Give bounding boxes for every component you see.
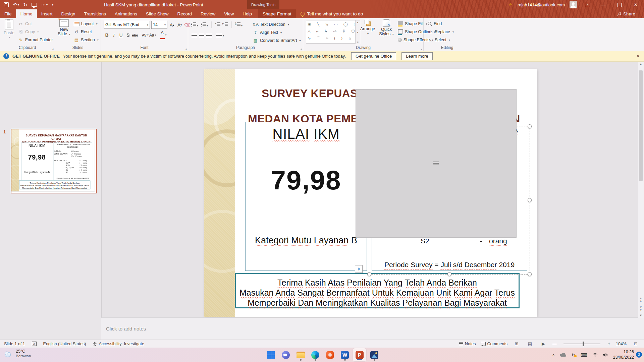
- tab-animations[interactable]: Animations: [110, 9, 142, 18]
- layout-button[interactable]: Layout▾: [74, 20, 99, 28]
- taskbar-file-explorer[interactable]: [294, 348, 307, 361]
- quick-styles-button[interactable]: QuickStyles ▾: [378, 19, 395, 44]
- tray-overflow-chevron-icon[interactable]: ∧: [552, 353, 555, 357]
- zoom-slider[interactable]: [564, 344, 600, 344]
- decrease-font-button[interactable]: A▾: [176, 21, 183, 28]
- align-right-button[interactable]: [198, 32, 205, 39]
- previous-slide-button[interactable]: ∧∧: [638, 297, 644, 302]
- decrease-indent-button[interactable]: [215, 22, 220, 28]
- account-avatar[interactable]: [570, 1, 577, 8]
- resize-handle[interactable]: [367, 198, 371, 202]
- taskbar-photos[interactable]: [368, 348, 381, 361]
- volume-icon[interactable]: [603, 353, 608, 357]
- drawing-dialog-launcher-icon[interactable]: ⌟: [421, 47, 422, 50]
- reset-button[interactable]: ↺Reset: [74, 28, 99, 36]
- ikm-box[interactable]: NILAI IKM 79,98 Kategori Mutu Layanan B: [22, 142, 52, 180]
- arrange-button[interactable]: Arrange▾: [359, 19, 376, 44]
- start-button[interactable]: [264, 348, 278, 361]
- vertical-scrollbar[interactable]: ▲ ∧∧ ∨∨ ▼: [638, 62, 644, 318]
- zoom-in-button[interactable]: ＋: [607, 341, 611, 347]
- zoom-level[interactable]: 104%: [616, 342, 627, 346]
- touch-mode-button[interactable]: ☞▾: [41, 2, 48, 7]
- select-button[interactable]: ↖Select▾: [428, 36, 454, 44]
- next-slide-button[interactable]: ∨∨: [638, 306, 644, 311]
- tab-shape-format[interactable]: Shape Format: [258, 9, 296, 18]
- resize-handle[interactable]: [367, 272, 371, 276]
- justify-button[interactable]: [206, 32, 212, 39]
- font-size-select[interactable]: 14▾: [151, 21, 167, 29]
- scroll-up-icon[interactable]: ▲: [638, 62, 644, 66]
- font-dialog-launcher-icon[interactable]: ⌟: [185, 47, 187, 50]
- get-genuine-office-button[interactable]: Get genuine Office: [351, 52, 396, 60]
- cut-button[interactable]: ✂Cut: [18, 20, 53, 28]
- tell-me-box[interactable]: Tell me what you want to do: [296, 9, 368, 18]
- fit-to-window-button[interactable]: ⊡: [631, 341, 640, 347]
- restore-button[interactable]: [614, 0, 625, 9]
- accessibility-status[interactable]: Accessibility: Investigate: [93, 342, 144, 346]
- account-email[interactable]: rajah1414@outlook.com: [518, 2, 565, 7]
- touch-keyboard-icon[interactable]: ⌨: [581, 352, 587, 358]
- clipboard-dialog-launcher-icon[interactable]: ⌟: [52, 47, 54, 50]
- replace-button[interactable]: abReplace▾: [428, 28, 454, 36]
- italic-button[interactable]: I: [111, 32, 117, 39]
- notification-badge[interactable]: 3: [636, 352, 642, 358]
- find-button[interactable]: Find: [428, 20, 454, 28]
- thanks-box[interactable]: Terima Kasih Atas Penilaian Yang Telah A…: [235, 273, 520, 308]
- new-slide-button[interactable]: NewSlide ▾: [56, 19, 72, 44]
- resize-handle[interactable]: [367, 124, 371, 128]
- text-shadow-button[interactable]: S: [125, 32, 131, 39]
- tab-record[interactable]: Record: [173, 9, 196, 18]
- font-name-select[interactable]: Gill Sans MT (Bod▾: [104, 21, 150, 29]
- strikethrough-button[interactable]: abc: [132, 32, 138, 39]
- comments-toggle-button[interactable]: Comments: [481, 342, 507, 346]
- customize-qat-button[interactable]: ▾: [52, 3, 53, 6]
- align-text-button[interactable]: ⇕Align Text▾: [253, 28, 301, 37]
- start-slideshow-button[interactable]: [32, 3, 37, 7]
- text-direction-button[interactable]: ⇅AText Direction▾: [253, 20, 301, 28]
- autofit-options-button[interactable]: ⇕: [355, 265, 363, 273]
- tab-review[interactable]: Review: [196, 9, 220, 18]
- format-painter-button[interactable]: ✎Format Painter: [18, 36, 53, 44]
- slide-thumbnail[interactable]: SURVEY KEPUASAN MASYARAKAT KANTOR CAMAT …: [11, 129, 97, 193]
- taskbar-chat[interactable]: [279, 348, 292, 361]
- convert-smartart-button[interactable]: ▦Convert to SmartArt▾: [253, 37, 301, 45]
- responden-box[interactable]: LAYANAN KANTOR CAMAT MEDAN KOTA RESPONDE…: [53, 142, 92, 180]
- minimize-button[interactable]: —: [598, 0, 609, 9]
- notes-toggle-button[interactable]: Notes: [459, 342, 476, 346]
- save-button[interactable]: [4, 2, 9, 7]
- learn-more-button[interactable]: Learn more: [401, 52, 432, 60]
- character-spacing-button[interactable]: AV▾: [142, 32, 149, 39]
- columns-button[interactable]: ▾: [216, 32, 224, 39]
- close-button[interactable]: ✕: [630, 0, 641, 9]
- taskbar-word[interactable]: W: [338, 348, 352, 361]
- paste-button[interactable]: Paste▾: [1, 19, 17, 44]
- increase-font-button[interactable]: A▴: [169, 21, 175, 28]
- language-indicator[interactable]: English (United States): [43, 342, 86, 346]
- onedrive-icon[interactable]: [560, 353, 567, 357]
- tab-view[interactable]: View: [220, 9, 238, 18]
- resize-handle[interactable]: [528, 198, 532, 202]
- ikm-box[interactable]: NILAI IKM 79,98 Kategori Mutu Layanan B: [245, 122, 367, 271]
- tab-transitions[interactable]: Transitions: [80, 9, 111, 18]
- line-spacing-button[interactable]: ▾: [235, 22, 243, 28]
- notes-pane[interactable]: Click to add notes: [101, 317, 644, 340]
- increase-indent-button[interactable]: [223, 22, 228, 28]
- ribbon-display-options-button[interactable]: ∧: [582, 0, 593, 9]
- scroll-down-icon[interactable]: ▼: [638, 314, 644, 317]
- tab-help[interactable]: Help: [238, 9, 256, 18]
- slide-counter[interactable]: Slide 1 of 1: [4, 342, 25, 346]
- resize-handle[interactable]: [447, 124, 451, 128]
- tab-design[interactable]: Design: [57, 9, 80, 18]
- spell-check-icon[interactable]: ✗: [32, 342, 37, 346]
- taskbar-edge[interactable]: [309, 348, 322, 361]
- underline-button[interactable]: U: [118, 32, 124, 39]
- bullets-button[interactable]: ▾: [191, 22, 198, 28]
- zoom-slider-thumb[interactable]: [583, 342, 584, 346]
- weather-widget[interactable]: 25°C Berawan: [3, 349, 31, 358]
- rotate-handle-icon[interactable]: ↻: [446, 112, 451, 119]
- tab-insert[interactable]: Insert: [37, 9, 57, 18]
- sync-update-icon[interactable]: ↻: [572, 352, 576, 358]
- resize-handle[interactable]: [447, 272, 451, 276]
- taskbar-powerpoint[interactable]: P: [353, 348, 366, 361]
- scrollbar-thumb[interactable]: [639, 70, 643, 181]
